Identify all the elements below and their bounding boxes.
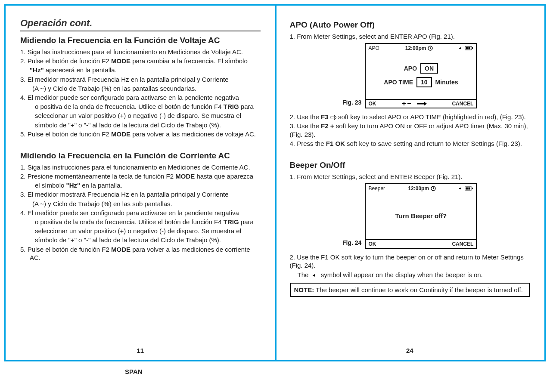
note-label: NOTE: bbox=[294, 286, 314, 293]
text: (A ~) y Ciclo de Trabajo (%) en las sub … bbox=[32, 200, 172, 207]
text: The bbox=[298, 271, 311, 278]
lcd-body: Turn Beeper off? bbox=[366, 192, 476, 239]
step-cont: seleccionar un valor positivo (+) o nega… bbox=[20, 227, 261, 235]
step-cont: el símbolo "Hz" en la pantalla. bbox=[20, 181, 261, 189]
text: soft key to save setting and return to M… bbox=[345, 140, 522, 147]
left-column: Operación cont. Midiendo la Frecuencia e… bbox=[6, 6, 275, 360]
svg-rect-4 bbox=[467, 47, 469, 49]
page-frame: Operación cont. Midiendo la Frecuencia e… bbox=[4, 4, 546, 361]
lcd-icons bbox=[459, 46, 473, 50]
kw-mode: MODE bbox=[175, 173, 195, 180]
lcd-softkeys: OK CANCEL bbox=[366, 239, 476, 248]
step-cont: símbolo de "+" o "-" al lado de la lectu… bbox=[20, 121, 261, 129]
kw-mode: MODE bbox=[111, 246, 131, 253]
step-cont: o positiva de la onda de frecuencia. Uti… bbox=[20, 102, 261, 111]
svg-rect-14 bbox=[466, 188, 467, 190]
heading-ac-voltage-freq: Midiendo la Frecuencia en la Función de … bbox=[20, 36, 261, 45]
figure-caption: Fig. 23 bbox=[342, 99, 361, 106]
battery-icon bbox=[465, 46, 473, 50]
kw-trig: TRIG bbox=[224, 218, 239, 225]
lcd-screen-apo: APO 12:00pm APO ON bbox=[365, 43, 477, 108]
step-text: 4. Press the F1 OK soft key to save sett… bbox=[290, 139, 530, 148]
battery-icon bbox=[465, 186, 473, 191]
svg-rect-8 bbox=[407, 103, 411, 104]
clock-icon bbox=[428, 46, 433, 51]
step-text: 3. Use the F2 + soft key to turn APO ON … bbox=[290, 122, 530, 138]
text: en la pantalla. bbox=[80, 182, 122, 189]
lcd-statusbar: Beeper 12:00pm bbox=[366, 184, 476, 192]
step-cont: o positiva de la onda de frecuencia. Uti… bbox=[20, 218, 261, 226]
svg-rect-15 bbox=[467, 188, 469, 190]
step-text: 2. Presione momentáneamente la tecla de … bbox=[20, 172, 261, 180]
step-text: 1. From Meter Settings, select and ENTER… bbox=[290, 173, 530, 181]
step-text: 2. Use the F1 OK soft key to turn the be… bbox=[290, 253, 530, 269]
kw-hz: "Hz" bbox=[66, 182, 81, 189]
step-text: 1. From Meter Settings, select and ENTER… bbox=[290, 32, 530, 40]
text: 3. El medidor mostrará Frecuencia Hz en … bbox=[20, 76, 229, 83]
text: o positiva de la onda de frecuencia. Uti… bbox=[35, 218, 224, 225]
section-title: Operación cont. bbox=[20, 18, 261, 31]
text: o positiva de la onda de frecuencia. Uti… bbox=[35, 103, 224, 110]
step-text: 2. Pulse el botón de función F2 MODE par… bbox=[20, 57, 261, 65]
svg-rect-10 bbox=[330, 117, 334, 118]
kw-mode: MODE bbox=[111, 130, 131, 138]
lcd-icons bbox=[459, 186, 473, 191]
text: symbol will appear on the display when t… bbox=[321, 271, 483, 278]
step-text: 3. El medidor mostrará Frecuencia Hz en … bbox=[20, 75, 261, 83]
page-number-left: 11 bbox=[6, 347, 275, 354]
text: seleccionar un valor positivo (+) o nega… bbox=[35, 227, 241, 235]
text: 4. Press the bbox=[290, 140, 326, 147]
lcd-value-box: ON bbox=[420, 63, 438, 74]
text: el símbolo bbox=[35, 182, 66, 189]
step-text: 5. Pulse el botón de función F2 MODE par… bbox=[20, 245, 261, 262]
note-box: NOTE: The beeper will continue to work o… bbox=[290, 283, 530, 297]
lcd-time: 12:00pm bbox=[408, 185, 436, 191]
note-text: The beeper will continue to work on Cont… bbox=[314, 286, 523, 293]
heading-ac-current-freq: Midiendo la Frecuencia en la Función de … bbox=[20, 151, 261, 161]
step-cont: seleccionar un valor positivo (+) o nega… bbox=[20, 111, 261, 120]
text: 3. Use the bbox=[290, 122, 321, 130]
speaker-icon bbox=[459, 186, 463, 191]
step-cont: (A ~) y Ciclo de Trabajo (%) en las pant… bbox=[20, 84, 261, 93]
text: para volver a las mediciones de voltaje … bbox=[131, 130, 256, 138]
arrow-right-icon bbox=[330, 115, 336, 120]
step-text: 3. El medidor mostrará Frecuencia Hz en … bbox=[20, 190, 261, 198]
svg-rect-2 bbox=[472, 47, 473, 49]
text: para bbox=[239, 103, 254, 110]
text: aparecerá en la pantalla. bbox=[44, 66, 117, 74]
step-text: 5. Pulse el botón de función F2 MODE par… bbox=[20, 130, 261, 138]
step-cont: The symbol will appear on the display wh… bbox=[290, 271, 530, 280]
speaker-icon bbox=[312, 271, 317, 279]
step-cont: "Hz" aparecerá en la pantalla. bbox=[20, 66, 261, 74]
step-text: 1. Siga las instrucciones para el funcio… bbox=[20, 48, 261, 56]
step-text: 4. El medidor puede ser configurado para… bbox=[20, 93, 261, 102]
page-number-right: 24 bbox=[275, 347, 545, 354]
softkey-ok: OK bbox=[368, 241, 376, 247]
text: 2. Presione momentáneamente la tecla de … bbox=[20, 173, 175, 180]
softkey-cancel: CANCEL bbox=[452, 241, 473, 247]
step-text: 4. El medidor puede ser configurado para… bbox=[20, 209, 261, 217]
text: 1. Siga las instrucciones para el funcio… bbox=[20, 164, 250, 171]
text: 2. Pulse el botón de función F2 bbox=[20, 57, 111, 65]
svg-rect-5 bbox=[469, 47, 470, 49]
clock-icon bbox=[431, 186, 436, 191]
heading-apo: APO (Auto Power Off) bbox=[290, 20, 530, 30]
text: 4. El medidor puede ser configurado para… bbox=[20, 94, 239, 101]
svg-rect-3 bbox=[466, 47, 467, 49]
right-column: APO (Auto Power Off) 1. From Meter Setti… bbox=[275, 6, 545, 360]
text: 4. El medidor puede ser configurado para… bbox=[20, 209, 239, 216]
softkey-nav bbox=[401, 102, 427, 106]
kw-trig: TRIG bbox=[224, 103, 239, 110]
step-text: 1. Siga las instrucciones para el funcio… bbox=[20, 163, 261, 171]
softkey-ok: OK bbox=[368, 101, 376, 107]
text: seleccionar un valor positivo (+) o nega… bbox=[35, 112, 241, 119]
lcd-time: 12:00pm bbox=[405, 45, 433, 51]
svg-rect-16 bbox=[469, 188, 470, 190]
arrow-right-icon bbox=[416, 102, 427, 106]
svg-rect-13 bbox=[472, 188, 473, 189]
lcd-label: APO TIME bbox=[384, 79, 413, 86]
step-cont: símbolo de "+" o "-" al lado de la lectu… bbox=[20, 236, 261, 244]
lcd-body: APO ON APO TIME 10 Minutes bbox=[366, 52, 476, 99]
lcd-row-apo-time: APO TIME 10 Minutes bbox=[384, 77, 458, 87]
text: hasta que aparezca bbox=[195, 173, 253, 180]
